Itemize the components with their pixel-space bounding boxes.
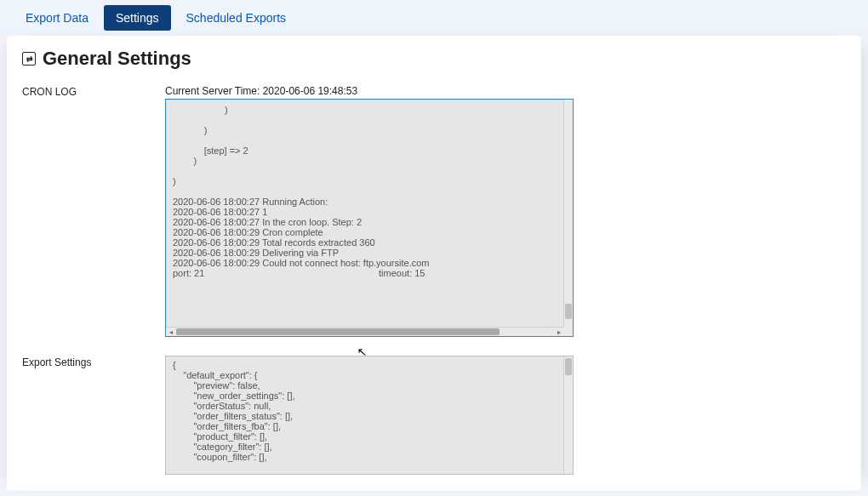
export-settings-box[interactable]: { "default_export": { "preview": false, … bbox=[165, 356, 574, 475]
field-export-settings: { "default_export": { "preview": false, … bbox=[165, 356, 574, 475]
swap-icon: ⇄ bbox=[22, 52, 36, 66]
scroll-right-icon[interactable]: ▸ bbox=[554, 328, 563, 336]
cron-log-box[interactable]: ) ) [step] => 2 ) ) 2020-06-06 18:00:27 … bbox=[165, 99, 574, 337]
label-cron-log: CRON LOG bbox=[22, 85, 165, 98]
page-title-row: ⇄ General Settings bbox=[22, 48, 846, 70]
cron-log-vscroll-thumb[interactable] bbox=[565, 304, 572, 319]
row-cron-log: CRON LOG Current Server Time: 2020-06-06… bbox=[22, 85, 846, 337]
export-settings-vscroll-thumb[interactable] bbox=[565, 358, 572, 375]
export-settings-content[interactable]: { "default_export": { "preview": false, … bbox=[166, 356, 563, 474]
scroll-left-icon[interactable]: ◂ bbox=[166, 328, 175, 336]
export-settings-vscrollbar[interactable] bbox=[563, 356, 573, 474]
row-export-settings: Export Settings { "default_export": { "p… bbox=[22, 356, 846, 475]
tab-bar: Export Data Settings Scheduled Exports bbox=[0, 0, 868, 36]
cron-log-vscrollbar[interactable] bbox=[563, 100, 573, 327]
scroll-corner bbox=[563, 327, 573, 336]
server-time-text: Current Server Time: 2020-06-06 19:48:53 bbox=[165, 85, 574, 97]
tab-settings[interactable]: Settings bbox=[104, 5, 171, 31]
label-export-settings: Export Settings bbox=[22, 356, 165, 368]
page-title: General Settings bbox=[43, 48, 191, 70]
cron-log-hscroll-thumb[interactable] bbox=[176, 328, 500, 335]
tab-export-data[interactable]: Export Data bbox=[14, 5, 100, 31]
field-cron-log: Current Server Time: 2020-06-06 19:48:53… bbox=[165, 85, 574, 337]
page-panel: ⇄ General Settings CRON LOG Current Serv… bbox=[7, 36, 861, 491]
cron-log-content[interactable]: ) ) [step] => 2 ) ) 2020-06-06 18:00:27 … bbox=[166, 100, 563, 327]
tab-scheduled-exports[interactable]: Scheduled Exports bbox=[174, 5, 299, 31]
cron-log-hscrollbar[interactable]: ◂ ▸ bbox=[166, 327, 563, 336]
